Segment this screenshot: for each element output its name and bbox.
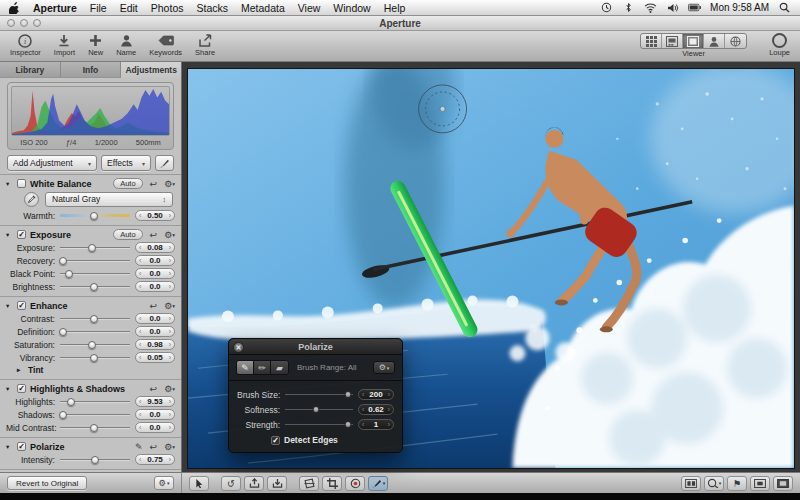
zoom-window-button[interactable] bbox=[33, 19, 41, 27]
mid-contrast-stepper[interactable]: ‹0.0› bbox=[135, 422, 175, 433]
menu-item-window[interactable]: Window bbox=[333, 2, 370, 14]
intensity-stepper[interactable]: ‹0.75› bbox=[135, 454, 175, 465]
polarize-checkbox[interactable]: ✓ bbox=[17, 442, 26, 451]
tint-disclosure[interactable]: ▸ Tint bbox=[0, 364, 181, 376]
softness-stepper[interactable]: ‹0.62› bbox=[358, 404, 394, 415]
browser-grid-view-button[interactable] bbox=[641, 34, 662, 48]
gear-icon[interactable]: ⚙▾ bbox=[164, 442, 175, 452]
lift-tool-button[interactable] bbox=[244, 476, 264, 491]
black-point-slider[interactable] bbox=[60, 269, 130, 279]
panel-gear-button[interactable]: ⚙ ▾ bbox=[154, 476, 174, 490]
detect-edges-checkbox[interactable]: ✓ bbox=[271, 436, 280, 445]
inspector-button[interactable]: i Inspector bbox=[10, 33, 41, 57]
warmth-stepper[interactable]: ‹0.50› bbox=[135, 210, 175, 221]
minimize-window-button[interactable] bbox=[20, 19, 28, 27]
slider-thumb[interactable] bbox=[59, 257, 67, 265]
rotate-tool-button[interactable]: ↺ bbox=[221, 476, 241, 491]
slider-thumb[interactable] bbox=[90, 315, 98, 323]
flag-button[interactable]: ⚑ bbox=[727, 476, 747, 491]
shadows-slider[interactable] bbox=[60, 410, 130, 420]
slider-thumb[interactable] bbox=[312, 406, 319, 413]
bluetooth-icon[interactable] bbox=[622, 2, 635, 13]
slider-thumb[interactable] bbox=[88, 244, 96, 252]
definition-stepper[interactable]: ‹0.0› bbox=[135, 326, 175, 337]
menu-item-stacks[interactable]: Stacks bbox=[196, 2, 228, 14]
recovery-slider[interactable] bbox=[60, 256, 130, 266]
faces-view-button[interactable] bbox=[704, 34, 725, 48]
disclosure-triangle-icon[interactable]: ▾ bbox=[6, 385, 13, 393]
reset-icon[interactable]: ↩ bbox=[150, 384, 158, 394]
disclosure-triangle-icon[interactable]: ▾ bbox=[6, 231, 13, 239]
close-window-button[interactable] bbox=[7, 19, 15, 27]
places-view-button[interactable] bbox=[725, 34, 746, 48]
revert-to-original-button[interactable]: Revert to Original bbox=[7, 476, 87, 490]
menu-item-photos[interactable]: Photos bbox=[151, 2, 184, 14]
brightness-stepper[interactable]: ‹0.0› bbox=[135, 281, 175, 292]
slider-thumb[interactable] bbox=[90, 283, 98, 291]
window-title-bar[interactable]: Aperture bbox=[0, 16, 800, 31]
softness-slider[interactable] bbox=[285, 405, 353, 414]
stamp-tool-button[interactable] bbox=[267, 476, 287, 491]
hud-title-bar[interactable]: ✕ Polarize bbox=[229, 339, 402, 355]
warmth-slider[interactable] bbox=[60, 211, 130, 221]
loupe-button[interactable]: Loupe bbox=[769, 33, 790, 57]
hud-gear-button[interactable]: ⚙ ▾ bbox=[373, 361, 395, 374]
slider-thumb[interactable] bbox=[90, 354, 98, 362]
straighten-tool-button[interactable] bbox=[299, 476, 319, 491]
battery-icon[interactable] bbox=[688, 2, 701, 13]
gear-icon[interactable]: ⚙▾ bbox=[164, 301, 175, 311]
saturation-stepper[interactable]: ‹0.98› bbox=[135, 339, 175, 350]
brush-tool-button[interactable]: ▾ bbox=[368, 476, 388, 491]
menu-item-aperture[interactable]: Aperture bbox=[33, 2, 77, 14]
name-button[interactable]: Name bbox=[116, 33, 136, 57]
reset-icon[interactable]: ↩ bbox=[150, 442, 158, 452]
saturation-slider[interactable] bbox=[60, 340, 130, 350]
menu-item-help[interactable]: Help bbox=[384, 2, 406, 14]
exposure-checkbox[interactable]: ✓ bbox=[17, 230, 26, 239]
reset-icon[interactable]: ↩ bbox=[150, 230, 158, 240]
shadows-stepper[interactable]: ‹0.0› bbox=[135, 409, 175, 420]
volume-icon[interactable] bbox=[666, 2, 679, 13]
highlights-slider[interactable] bbox=[60, 397, 130, 407]
slider-thumb[interactable] bbox=[90, 212, 98, 220]
mid-contrast-slider[interactable] bbox=[60, 423, 130, 433]
slider-thumb[interactable] bbox=[59, 411, 67, 419]
disclosure-triangle-icon[interactable]: ▾ bbox=[6, 302, 13, 310]
import-button[interactable]: Import bbox=[54, 33, 75, 57]
primary-only-button[interactable] bbox=[750, 476, 770, 491]
viewer-view-button[interactable] bbox=[683, 34, 704, 48]
brush-away-icon[interactable]: ✏ bbox=[254, 361, 271, 374]
auto-button[interactable]: Auto bbox=[113, 178, 142, 189]
exposure-stepper[interactable]: ‹0.08› bbox=[135, 242, 175, 253]
reset-icon[interactable]: ↩ bbox=[150, 301, 158, 311]
disclosure-triangle-icon[interactable]: ▾ bbox=[6, 443, 13, 451]
vibrancy-slider[interactable] bbox=[60, 353, 130, 363]
brush-size-slider[interactable] bbox=[285, 390, 353, 399]
time-machine-icon[interactable] bbox=[600, 2, 613, 13]
gear-icon[interactable]: ⚙▾ bbox=[164, 230, 175, 240]
share-button[interactable]: Share bbox=[195, 33, 215, 57]
fullscreen-button[interactable] bbox=[773, 476, 793, 491]
highlights-stepper[interactable]: ‹9.53› bbox=[135, 396, 175, 407]
black-point-stepper[interactable]: ‹0.0› bbox=[135, 268, 175, 279]
vibrancy-stepper[interactable]: ‹0.05› bbox=[135, 352, 175, 363]
slider-thumb[interactable] bbox=[344, 391, 351, 398]
white-balance-checkbox[interactable] bbox=[17, 179, 26, 188]
add-adjustment-dropdown[interactable]: Add Adjustment ▾ bbox=[7, 155, 97, 171]
tab-info[interactable]: Info bbox=[61, 62, 122, 78]
strength-stepper[interactable]: ‹1› bbox=[358, 419, 394, 430]
close-icon[interactable]: ✕ bbox=[233, 342, 244, 353]
strength-slider[interactable] bbox=[285, 420, 353, 429]
slider-thumb[interactable] bbox=[67, 398, 75, 406]
enhance-checkbox[interactable]: ✓ bbox=[17, 301, 26, 310]
gear-icon[interactable]: ⚙▾ bbox=[164, 179, 175, 189]
new-button[interactable]: New bbox=[88, 33, 103, 57]
tab-library[interactable]: Library bbox=[0, 62, 61, 78]
split-view-button[interactable] bbox=[662, 34, 683, 48]
crop-tool-button[interactable] bbox=[322, 476, 342, 491]
red-eye-tool-button[interactable] bbox=[345, 476, 365, 491]
brightness-slider[interactable] bbox=[60, 282, 130, 292]
selection-tool-button[interactable] bbox=[189, 476, 209, 491]
highlights-shadows-checkbox[interactable]: ✓ bbox=[17, 384, 26, 393]
brush-icon[interactable]: ✎ bbox=[135, 442, 143, 452]
